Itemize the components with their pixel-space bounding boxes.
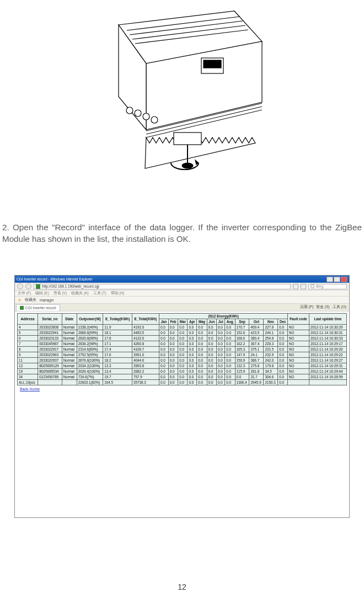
cell: 0.0	[188, 330, 197, 336]
back-home-link[interactable]: Back Home	[17, 385, 347, 393]
cell: 0.0	[278, 325, 288, 330]
search-icon	[311, 284, 314, 288]
cell: 18.2	[103, 358, 132, 363]
cell: 2033023133	[38, 336, 62, 341]
col-month: Sep	[235, 319, 249, 325]
menu-view[interactable]: 查看 (V)	[53, 291, 67, 296]
cell: 227.8	[264, 325, 278, 330]
cell: 8	[18, 347, 38, 352]
menu-tools[interactable]: 工具 (T)	[93, 291, 106, 296]
refresh-button[interactable]	[293, 284, 298, 289]
maximize-button[interactable]	[334, 277, 340, 282]
minimize-button[interactable]	[326, 277, 333, 282]
cell: 0.0	[278, 341, 288, 347]
cell: 0.0	[225, 347, 235, 352]
cell: 0.0	[178, 336, 188, 341]
tab-record[interactable]: CGI Inverter record	[16, 304, 60, 311]
cell: 1338.2(46%)	[77, 325, 103, 330]
cell: 0.0	[178, 358, 188, 363]
cell: Normal	[62, 369, 77, 374]
favorites-icon[interactable]: ★	[18, 298, 22, 303]
cell: 0.0	[168, 330, 178, 336]
cell: 0.0	[178, 341, 188, 347]
forward-button[interactable]	[25, 283, 31, 289]
cell: 170.7	[235, 325, 249, 330]
col-month: Jun	[207, 319, 216, 325]
cell: 0.0	[159, 358, 168, 363]
cell: 367.4	[249, 341, 264, 347]
cell: 0.0	[207, 358, 216, 363]
cell: 132.3	[235, 363, 249, 369]
menu-file[interactable]: 文件 (F)	[18, 291, 31, 296]
cell: 0.0	[207, 363, 216, 369]
cell: 4122.6	[132, 336, 159, 341]
cell: 244.1	[264, 330, 278, 336]
cell: 2314.6(80%)	[77, 347, 103, 352]
cell: 150.9	[235, 358, 249, 363]
cell: 2012-11-14 16:29:44	[309, 369, 347, 374]
col-state: State	[62, 314, 77, 325]
cell: 2033022937	[38, 358, 62, 363]
cell: 147.9	[235, 352, 249, 358]
svg-point-11	[143, 113, 149, 120]
cell: 254.8	[264, 336, 278, 341]
cell: 0.0	[197, 363, 207, 369]
menu-fav[interactable]: 收藏夹 (A)	[71, 291, 88, 296]
cell: 0.0	[178, 374, 188, 380]
cell: 2012-11-14 16:29:27	[309, 358, 347, 363]
cell: 0.0	[178, 369, 188, 374]
cell: 2012-11-14 16:29:31	[309, 363, 347, 369]
tool-safety[interactable]: 安全 (S)	[316, 305, 329, 310]
cell: 0.0	[217, 325, 225, 330]
tab-icon	[20, 306, 24, 310]
cell: 0.0	[278, 330, 288, 336]
inverter-illustration	[74, 3, 273, 179]
cell: 0.0	[159, 347, 168, 352]
cell: 281.8	[249, 369, 264, 374]
cell: 0.0	[197, 358, 207, 363]
cell: Normal	[62, 374, 77, 380]
cell: 13.4	[103, 369, 132, 374]
menu-edit[interactable]: 编辑 (E)	[35, 291, 49, 296]
cell: NO	[288, 369, 309, 374]
cell: 0.0	[217, 369, 225, 374]
cell: 0.0	[188, 374, 197, 380]
cell: 0.0	[188, 380, 197, 385]
favorites-bar: ★ 收藏夹 manager	[15, 297, 349, 304]
cell: 2868.8(99%)	[77, 330, 103, 336]
record-table-area: Address Serial_no State Outpower(W) E_To…	[15, 311, 349, 394]
menu-help[interactable]: 帮助 (H)	[111, 291, 125, 296]
cell: 386.7	[249, 358, 264, 363]
cell: NO	[288, 374, 309, 380]
search-field[interactable]: Bing	[308, 284, 347, 289]
address-field[interactable]: http://192.168.1.190/web_record.cgi	[34, 284, 291, 289]
svg-point-12	[151, 117, 158, 123]
cell: 0.0	[197, 380, 207, 385]
cell: 0.0	[188, 341, 197, 347]
cell: 0.0	[197, 336, 207, 341]
cell: 22603.1(82%)	[77, 380, 103, 385]
cell: 0.0	[168, 341, 178, 347]
cell: NO	[288, 325, 309, 330]
cell: 35738.3	[132, 380, 159, 385]
cell: 0.0	[197, 374, 207, 380]
cell: 17.6	[103, 352, 132, 358]
cell: 304.6	[264, 374, 278, 380]
cell: 0.0	[225, 341, 235, 347]
cell	[309, 380, 347, 385]
favorites-item[interactable]: manager	[40, 298, 54, 302]
cell: 2033022963	[38, 352, 62, 358]
cell: NO	[288, 347, 309, 352]
stop-button[interactable]	[301, 284, 306, 289]
svg-rect-5	[204, 60, 221, 68]
back-button[interactable]	[17, 283, 23, 289]
table-row: 62033023133Normal2820.8(98%)17.84122.60.…	[18, 336, 347, 341]
close-button[interactable]	[341, 277, 347, 282]
col-month: Oct	[249, 319, 264, 325]
favorites-label[interactable]: 收藏夹	[25, 298, 36, 303]
tool-page[interactable]: 页面 (P)	[300, 305, 313, 310]
cell: 2026.4(100%)	[77, 369, 103, 374]
cell: 1366.4	[235, 380, 249, 385]
browser-window: CGI Inverter record - Windows Internet E…	[14, 275, 350, 518]
tool-tools[interactable]: 工具 (O)	[333, 305, 346, 310]
